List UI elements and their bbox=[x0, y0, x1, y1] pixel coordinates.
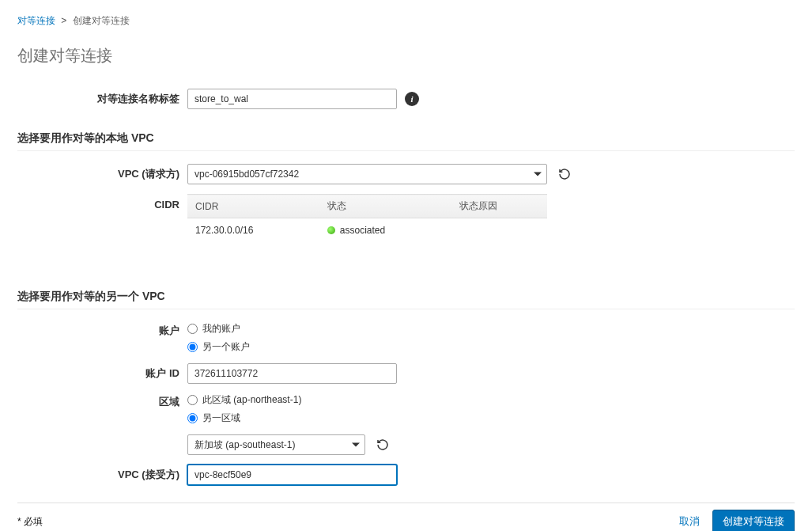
breadcrumb-parent-link[interactable]: 对等连接 bbox=[17, 15, 55, 26]
local-vpc-section-title: 选择要用作对等的本地 VPC bbox=[17, 131, 795, 146]
region-radio-other-label: 另一区域 bbox=[202, 412, 240, 425]
refresh-icon[interactable] bbox=[555, 165, 574, 184]
cidr-cell-cidr: 172.30.0.0/16 bbox=[187, 218, 319, 243]
cidr-cell-status: associated bbox=[319, 218, 451, 243]
account-radio-mine[interactable]: 我的账户 bbox=[187, 322, 250, 336]
breadcrumb-separator: > bbox=[61, 15, 66, 26]
account-id-label: 账户 ID bbox=[17, 366, 187, 381]
region-select-value: 新加坡 (ap-southeast-1) bbox=[195, 438, 295, 452]
account-radio-other-label: 另一个账户 bbox=[202, 340, 250, 354]
name-tag-input[interactable] bbox=[187, 89, 397, 109]
chevron-down-icon bbox=[352, 443, 360, 447]
page-title: 创建对等连接 bbox=[17, 45, 795, 66]
footer: * 必填 取消 创建对等连接 bbox=[17, 503, 795, 531]
cidr-row: 172.30.0.0/16 associated bbox=[187, 218, 547, 243]
accepter-vpc-input[interactable] bbox=[187, 465, 397, 485]
account-radio-mine-label: 我的账户 bbox=[202, 322, 240, 336]
chevron-down-icon bbox=[534, 173, 542, 176]
other-vpc-section-title: 选择要用作对等的另一个 VPC bbox=[17, 290, 795, 304]
requester-vpc-label: VPC (请求方) bbox=[17, 167, 187, 181]
region-label: 区域 bbox=[17, 393, 187, 409]
region-radio-same[interactable]: 此区域 (ap-northeast-1) bbox=[187, 393, 301, 407]
cancel-button[interactable]: 取消 bbox=[674, 514, 704, 529]
accepter-vpc-label: VPC (接受方) bbox=[17, 468, 187, 482]
create-peering-button[interactable]: 创建对等连接 bbox=[712, 510, 795, 531]
account-label: 账户 bbox=[17, 322, 187, 338]
cidr-label: CIDR bbox=[17, 194, 187, 211]
divider bbox=[17, 309, 795, 309]
cidr-status-text: associated bbox=[340, 225, 385, 236]
account-id-input[interactable] bbox=[187, 363, 397, 384]
requester-vpc-value: vpc-06915bd057cf72342 bbox=[195, 169, 299, 180]
name-tag-label: 对等连接名称标签 bbox=[17, 92, 187, 106]
region-radio-other[interactable]: 另一区域 bbox=[187, 412, 301, 425]
breadcrumb: 对等连接 > 创建对等连接 bbox=[17, 14, 795, 28]
divider bbox=[17, 150, 795, 151]
cidr-header-reason: 状态原因 bbox=[451, 195, 547, 218]
region-radio-same-label: 此区域 (ap-northeast-1) bbox=[202, 393, 301, 407]
breadcrumb-current: 创建对等连接 bbox=[73, 15, 130, 26]
cidr-table: CIDR 状态 状态原因 172.30.0.0/16 associated bbox=[187, 194, 547, 242]
refresh-icon[interactable] bbox=[373, 435, 392, 454]
cidr-cell-reason bbox=[451, 218, 547, 243]
info-icon[interactable]: i bbox=[405, 92, 419, 106]
status-dot-icon bbox=[327, 226, 335, 234]
account-radio-other[interactable]: 另一个账户 bbox=[187, 340, 250, 354]
cidr-header-cidr: CIDR bbox=[187, 195, 319, 218]
region-select[interactable]: 新加坡 (ap-southeast-1) bbox=[187, 434, 365, 455]
required-note: * 必填 bbox=[17, 515, 43, 529]
cidr-header-status: 状态 bbox=[319, 195, 451, 218]
requester-vpc-select[interactable]: vpc-06915bd057cf72342 bbox=[187, 164, 547, 184]
